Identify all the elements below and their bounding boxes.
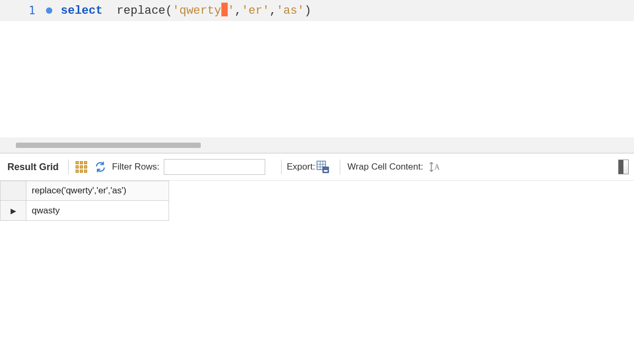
filter-rows-label: Filter Rows: xyxy=(112,162,160,172)
column-header[interactable]: replace('qwerty','er','as') xyxy=(26,181,169,201)
svg-text:A: A xyxy=(434,163,440,171)
filter-rows-input[interactable] xyxy=(164,159,265,175)
grid-header-row: replace('qwerty','er','as') xyxy=(0,181,169,201)
export-label: Export: xyxy=(287,162,315,172)
panel-toggle-button[interactable] xyxy=(618,160,629,174)
function-replace: replace xyxy=(117,4,165,17)
svg-rect-5 xyxy=(323,167,329,173)
export-grid-icon xyxy=(316,160,330,174)
line-number: 1 xyxy=(29,4,35,17)
result-toolbar: Result Grid Filter Rows: Export: xyxy=(0,153,634,181)
wrap-cell-icon[interactable]: A xyxy=(427,160,442,174)
sql-editor-pane[interactable]: 1 select replace('qwerty','er','as') xyxy=(0,0,634,153)
string-arg-1-close: ' xyxy=(228,4,235,17)
row-handle[interactable]: ▶ xyxy=(0,201,26,221)
comma: , xyxy=(269,4,276,17)
separator xyxy=(340,160,340,174)
refresh-icon[interactable] xyxy=(93,160,108,174)
string-arg-3: 'as' xyxy=(276,4,304,17)
cell-value[interactable]: qwasty xyxy=(26,201,169,221)
toolbar-right-group: Export: Wrap Cell Content: A xyxy=(276,160,446,174)
table-row[interactable]: ▶ qwasty xyxy=(0,201,169,221)
grid-view-icon[interactable] xyxy=(74,160,89,174)
editor-line[interactable]: 1 select replace('qwerty','er','as') xyxy=(0,0,634,21)
paren-close: ) xyxy=(304,4,311,17)
result-grid: replace('qwerty','er','as') ▶ qwasty xyxy=(0,181,169,221)
scrollbar-thumb[interactable] xyxy=(16,143,201,148)
execution-marker-icon xyxy=(46,7,52,14)
wrap-cell-label: Wrap Cell Content: xyxy=(348,162,423,172)
header-row-handle[interactable] xyxy=(0,181,26,201)
string-arg-1: 'qwerty xyxy=(172,4,221,17)
wrap-text-icon: A xyxy=(428,160,442,174)
separator xyxy=(281,160,282,174)
editor-horizontal-scrollbar[interactable] xyxy=(0,137,634,153)
code-line[interactable]: select replace('qwerty','er','as') xyxy=(61,4,634,17)
export-icon[interactable] xyxy=(315,160,330,174)
paren-open: ( xyxy=(165,4,172,17)
svg-rect-6 xyxy=(324,170,328,172)
grid-icon xyxy=(76,161,87,173)
result-grid-label: Result Grid xyxy=(7,162,59,173)
string-arg-2: 'er' xyxy=(241,4,269,17)
editor-gutter: 1 xyxy=(0,0,61,21)
separator xyxy=(68,160,69,174)
keyword-select: select xyxy=(61,4,102,17)
row-cursor-icon: ▶ xyxy=(11,207,16,215)
refresh-arrows-icon xyxy=(95,161,106,173)
comma: , xyxy=(235,4,241,17)
text-cursor xyxy=(221,3,228,16)
